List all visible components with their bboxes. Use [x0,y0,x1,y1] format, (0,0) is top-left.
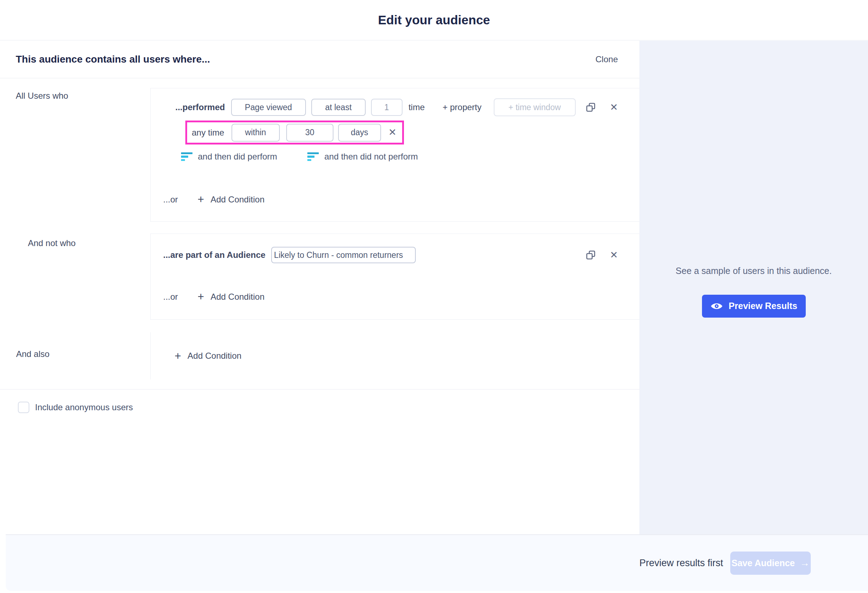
edit-audience-modal: Edit your audience This audience contain… [0,0,868,593]
preview-results-label: Preview Results [729,301,797,311]
audience-prefix-label: ...are part of an Audience [163,250,266,260]
add-property-button[interactable]: + property [443,102,481,112]
then-did-perform-label: and then did perform [198,152,277,162]
save-audience-button[interactable]: Save Audience → [730,552,811,575]
sequence-actions-row: and then did perform and then did not pe… [181,152,618,162]
add-condition-button[interactable]: + Add Condition [198,194,264,205]
operator-select[interactable]: at least [311,99,366,116]
divider [0,389,639,389]
condition-card-all-users: ...performed Page viewed at least 1 time… [150,88,639,222]
performed-condition-row: ...performed Page viewed at least 1 time… [175,98,618,116]
eye-icon [710,301,723,311]
any-time-label: any time [192,128,224,138]
include-anonymous-label: Include anonymous users [35,403,133,412]
plus-icon: + [174,351,181,361]
copy-icon[interactable] [586,102,596,113]
plus-icon: + [198,291,204,302]
audience-header: This audience contains all users where..… [0,41,639,78]
and-also-body: + Add Condition [150,332,639,379]
section-all-users-label: All Users who [0,88,150,222]
section-all-users: All Users who ...performed Page viewed a… [0,88,639,222]
footer-bar: Preview results first Save Audience → [6,534,868,591]
add-condition-label: Add Condition [187,351,242,361]
condition-card-and-not-who: ...are part of an Audience Likely to Chu… [150,233,639,320]
save-audience-label: Save Audience [732,558,795,568]
row-actions: ✕ [586,250,618,260]
or-add-condition-row: ...or + Add Condition [151,194,639,205]
then-did-not-perform-button[interactable]: and then did not perform [307,152,418,162]
then-did-perform-button[interactable]: and then did perform [181,152,277,162]
include-anonymous-row: Include anonymous users [18,402,639,413]
modal-titlebar: Edit your audience [0,0,868,40]
footer-hint: Preview results first [639,558,723,569]
comparator-select[interactable]: within [232,124,280,142]
or-label: ...or [163,292,178,302]
time-filter-highlight-row: any time within 30 days ✕ [185,121,404,145]
close-icon[interactable]: ✕ [388,128,396,137]
count-input[interactable]: 1 [371,99,403,116]
funnel-icon [181,152,192,161]
section-and-not-who: And not who ...are part of an Audience L… [0,233,639,320]
close-icon[interactable]: ✕ [610,103,618,112]
page-title: Edit your audience [378,13,490,27]
preview-panel: See a sample of users in this audience. … [639,41,868,534]
or-add-condition-row: ...or + Add Condition [151,291,639,302]
amount-input[interactable]: 30 [286,124,334,142]
audience-condition-row: ...are part of an Audience Likely to Chu… [163,247,618,263]
then-did-not-perform-label: and then did not perform [324,152,418,162]
add-condition-label: Add Condition [210,292,264,302]
arrow-right-icon: → [800,558,809,568]
funnel-icon [307,152,319,161]
section-and-also-label: And also [0,332,150,379]
clone-button[interactable]: Clone [595,55,618,64]
add-condition-label: Add Condition [210,195,264,205]
preview-results-button[interactable]: Preview Results [702,295,806,318]
row-actions: ✕ [586,102,618,113]
section-and-not-who-label: And not who [0,233,150,320]
audience-builder: This audience contains all users where..… [0,41,639,534]
add-condition-button[interactable]: + Add Condition [174,351,242,361]
preview-description: See a sample of users in this audience. [675,264,833,278]
include-anonymous-checkbox[interactable] [18,402,30,413]
audience-select[interactable]: Likely to Churn - common returners [271,247,416,263]
section-and-also: And also + Add Condition [0,332,639,379]
close-icon[interactable]: ✕ [610,250,618,260]
event-select[interactable]: Page viewed [231,99,306,116]
time-window-button[interactable]: + time window [494,98,576,116]
performed-label: ...performed [175,102,225,112]
plus-icon: + [198,194,204,205]
time-unit-label: time [409,102,425,112]
or-label: ...or [163,195,178,205]
add-condition-button[interactable]: + Add Condition [198,291,264,302]
copy-icon[interactable] [586,250,596,260]
audience-header-title: This audience contains all users where..… [16,54,210,65]
unit-select[interactable]: days [338,124,381,142]
